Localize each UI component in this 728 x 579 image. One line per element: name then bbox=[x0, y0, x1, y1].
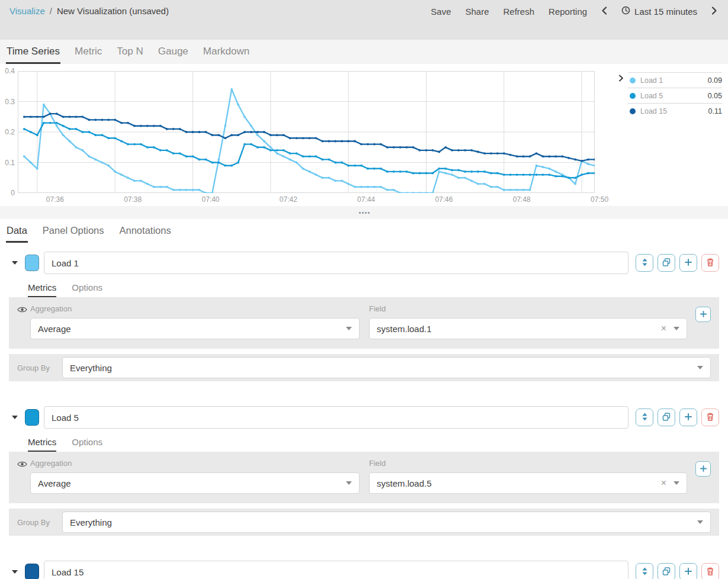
series-collapse-caret[interactable] bbox=[12, 416, 21, 419]
y-axis-tick: 0.4 bbox=[5, 67, 15, 75]
series-clone-button[interactable] bbox=[658, 254, 675, 272]
clear-field-icon[interactable]: × bbox=[661, 478, 666, 488]
tab-metric[interactable]: Metric bbox=[74, 40, 102, 64]
add-metric-button[interactable] bbox=[695, 307, 711, 322]
series-add-button[interactable] bbox=[679, 563, 697, 579]
aggregation-value: Average bbox=[38, 324, 346, 334]
group-by-select[interactable]: Everything bbox=[62, 512, 711, 533]
clock-icon bbox=[621, 6, 630, 17]
x-axis-tick: 07:40 bbox=[193, 195, 228, 204]
legend-collapse-button[interactable] bbox=[617, 72, 625, 85]
series-actions bbox=[636, 563, 719, 579]
series-color-swatch[interactable] bbox=[25, 564, 39, 579]
tab-time-series[interactable]: Time Series bbox=[6, 40, 60, 64]
add-metric-button[interactable] bbox=[695, 461, 711, 477]
timeseries-plot[interactable] bbox=[18, 71, 595, 193]
breadcrumb-visualize-link[interactable]: Visualize bbox=[9, 6, 45, 16]
aggregation-label: Aggregation bbox=[30, 304, 360, 313]
drag-dots-icon bbox=[359, 212, 370, 214]
series-add-button[interactable] bbox=[679, 408, 697, 426]
series-name-input[interactable] bbox=[44, 561, 628, 579]
reporting-button[interactable]: Reporting bbox=[549, 7, 587, 17]
group-by-label: Group By bbox=[17, 364, 54, 372]
clone-icon bbox=[662, 567, 671, 577]
series-reorder-button[interactable] bbox=[636, 408, 653, 426]
trash-icon bbox=[707, 258, 714, 268]
series-delete-button[interactable] bbox=[701, 408, 719, 426]
tab-gauge[interactable]: Gauge bbox=[158, 40, 189, 64]
series-header-row bbox=[9, 406, 719, 429]
tab-top-n[interactable]: Top N bbox=[116, 40, 143, 64]
eye-icon[interactable] bbox=[17, 305, 30, 316]
series-name-input[interactable] bbox=[44, 406, 628, 429]
series-header-row bbox=[9, 561, 719, 579]
legend-series-dot bbox=[630, 93, 636, 99]
tab-panel-options[interactable]: Panel Options bbox=[42, 225, 105, 243]
eye-icon[interactable] bbox=[17, 459, 30, 470]
group-by-select[interactable]: Everything bbox=[62, 357, 711, 378]
legend-item[interactable]: Load 15 0.11 bbox=[628, 103, 722, 118]
sort-updown-icon bbox=[642, 258, 648, 268]
time-picker-label: Last 15 minutes bbox=[634, 7, 697, 17]
clear-field-icon[interactable]: × bbox=[661, 324, 666, 333]
series-color-swatch[interactable] bbox=[25, 255, 39, 271]
chevron-down-icon bbox=[697, 366, 703, 369]
series-reorder-button[interactable] bbox=[636, 254, 653, 272]
trash-icon bbox=[707, 413, 714, 423]
time-forward-button[interactable] bbox=[711, 7, 717, 17]
field-label: Field bbox=[369, 459, 687, 468]
aggregation-select[interactable]: Average bbox=[30, 472, 360, 494]
series-actions bbox=[636, 254, 719, 272]
tab-metrics[interactable]: Metrics bbox=[28, 282, 56, 297]
series-clone-button[interactable] bbox=[658, 563, 675, 579]
series-actions bbox=[636, 408, 719, 426]
tab-annotations[interactable]: Annotations bbox=[119, 225, 172, 243]
tab-data[interactable]: Data bbox=[6, 225, 28, 243]
series-delete-button[interactable] bbox=[701, 254, 719, 272]
series-add-button[interactable] bbox=[679, 254, 697, 272]
series-editor: Metrics Options Aggregation Average bbox=[9, 406, 719, 536]
top-header: Visualize / New Visualization (unsaved) … bbox=[0, 0, 728, 40]
legend-series-label: Load 1 bbox=[640, 76, 708, 85]
header-actions: Save Share Refresh Reporting Last 15 min… bbox=[431, 6, 717, 17]
tab-markdown[interactable]: Markdown bbox=[203, 40, 250, 64]
tab-metrics[interactable]: Metrics bbox=[28, 437, 56, 452]
metric-config-panel: Aggregation Average Field system.load.5 … bbox=[9, 452, 719, 503]
time-back-button[interactable] bbox=[601, 7, 607, 17]
series-color-swatch[interactable] bbox=[25, 409, 39, 426]
series-clone-button[interactable] bbox=[658, 408, 675, 426]
breadcrumb-current-page: New Visualization (unsaved) bbox=[57, 6, 169, 16]
clone-icon bbox=[662, 258, 671, 268]
series-subtabs: Metrics Options bbox=[28, 437, 719, 452]
series-collapse-caret[interactable] bbox=[12, 261, 21, 265]
group-by-panel: Group By Everything bbox=[9, 354, 719, 381]
legend-series-label: Load 15 bbox=[640, 107, 708, 115]
legend-series-value: 0.11 bbox=[708, 107, 722, 115]
refresh-button[interactable]: Refresh bbox=[503, 7, 535, 17]
chevron-down-icon bbox=[346, 481, 352, 485]
field-combobox[interactable]: system.load.5 × bbox=[369, 472, 687, 494]
legend-item[interactable]: Load 5 0.05 bbox=[628, 88, 722, 103]
series-reorder-button[interactable] bbox=[636, 563, 653, 579]
series-name-input[interactable] bbox=[44, 252, 628, 274]
group-by-panel: Group By Everything bbox=[9, 509, 719, 536]
sort-updown-icon bbox=[642, 413, 648, 423]
legend-item[interactable]: Load 1 0.09 bbox=[628, 72, 722, 88]
group-by-label: Group By bbox=[17, 518, 54, 527]
chevron-left-icon bbox=[601, 7, 607, 17]
field-combobox[interactable]: system.load.1 × bbox=[369, 318, 687, 339]
chevron-down-icon bbox=[12, 261, 18, 265]
panel-resize-handle[interactable] bbox=[0, 206, 728, 219]
tab-options[interactable]: Options bbox=[72, 437, 102, 452]
aggregation-select[interactable]: Average bbox=[30, 318, 360, 339]
series-delete-button[interactable] bbox=[701, 563, 719, 579]
series-header-row bbox=[9, 252, 719, 274]
time-picker[interactable]: Last 15 minutes bbox=[621, 6, 697, 17]
plus-icon bbox=[700, 308, 707, 320]
share-button[interactable]: Share bbox=[465, 7, 489, 17]
x-axis-tick: 07:46 bbox=[426, 195, 461, 204]
series-collapse-caret[interactable] bbox=[12, 570, 21, 574]
tab-options[interactable]: Options bbox=[72, 282, 102, 297]
y-axis-tick: 0 bbox=[11, 189, 15, 197]
save-button[interactable]: Save bbox=[431, 7, 451, 17]
